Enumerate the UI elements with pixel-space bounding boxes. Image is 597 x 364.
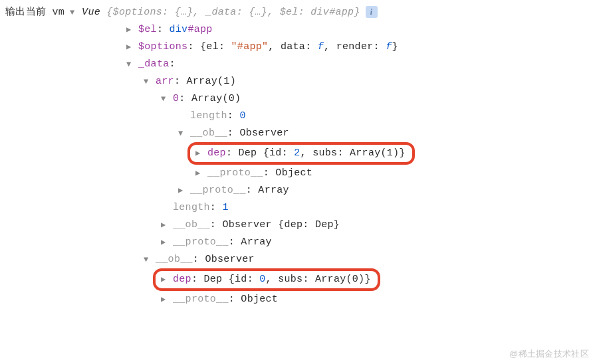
dep-id-val: 2 bbox=[294, 145, 300, 162]
colon: : { bbox=[187, 39, 206, 56]
colon: : bbox=[210, 217, 223, 234]
dep-subs-val: Array(0) bbox=[315, 271, 364, 288]
length-val: 0 bbox=[239, 108, 245, 125]
proto-val: Object bbox=[275, 165, 312, 182]
prop-length-1[interactable]: length : 1 bbox=[0, 199, 597, 217]
prop-length-0[interactable]: length : 0 bbox=[0, 108, 597, 125]
console-top-row[interactable]: 输出当前 vm ▼ Vue {$options: {…}, _data: {…}… bbox=[0, 4, 597, 21]
options-data-val: f bbox=[318, 39, 324, 56]
chevron-right-icon[interactable]: ▶ bbox=[161, 217, 172, 234]
colon: : bbox=[229, 291, 241, 308]
options-render-key: render: bbox=[336, 39, 386, 56]
prop-proto-object-outer[interactable]: ▶ __proto__ : Object bbox=[0, 291, 597, 308]
colon: : bbox=[226, 145, 239, 162]
observer-dep: Observer {dep: Dep} bbox=[222, 217, 340, 234]
prop-dep-highlighted-2[interactable]: ▶ dep : Dep { id: 0 , subs: Array(0) } bbox=[0, 268, 597, 291]
colon: : bbox=[193, 251, 205, 268]
chevron-right-icon[interactable]: ▶ bbox=[195, 165, 206, 182]
dep-id-val: 0 bbox=[259, 271, 265, 288]
colon: : bbox=[170, 56, 176, 73]
options-data-key: data: bbox=[281, 39, 318, 56]
brace: { bbox=[222, 271, 235, 288]
observer: Observer bbox=[205, 251, 254, 268]
sep: , bbox=[268, 39, 281, 56]
brace: { bbox=[257, 145, 269, 162]
dep-class: Dep bbox=[239, 145, 257, 162]
dep-class: Dep bbox=[204, 271, 223, 288]
prop-key: __ob__ bbox=[156, 251, 193, 268]
sep: , bbox=[266, 271, 279, 288]
colon: : bbox=[191, 271, 204, 288]
prop-arr[interactable]: ▼ arr : Array(1) bbox=[0, 73, 597, 90]
brace: } bbox=[399, 145, 405, 162]
idx0-type: Array(0) bbox=[191, 90, 241, 108]
watermark: @稀土掘金技术社区 bbox=[509, 348, 589, 360]
prop-key: dep bbox=[173, 271, 191, 288]
prop-ob-inner[interactable]: ▼ __ob__ : Observer bbox=[0, 125, 597, 142]
prop-ob-outer[interactable]: ▼ __ob__ : Observer bbox=[0, 251, 597, 268]
dep-subs-val: Array(1) bbox=[350, 145, 399, 162]
dep-id-key: id: bbox=[235, 271, 259, 288]
prop-key: length bbox=[190, 108, 227, 125]
chevron-right-icon[interactable]: ▶ bbox=[161, 291, 172, 308]
colon: : bbox=[227, 108, 240, 125]
vue-summary: {$options: {…}, _data: {…}, $el: div#app… bbox=[100, 4, 360, 21]
chevron-down-icon[interactable]: ▼ bbox=[178, 125, 189, 142]
sep: , bbox=[300, 145, 313, 162]
prop-key: __ob__ bbox=[190, 125, 227, 142]
sep: , bbox=[324, 39, 336, 56]
prop-index-0[interactable]: ▼ 0 : Array(0) bbox=[0, 90, 597, 108]
chevron-right-icon[interactable]: ▶ bbox=[161, 271, 172, 288]
observer: Observer bbox=[239, 125, 289, 142]
log-prefix: 输出当前 vm bbox=[5, 4, 64, 21]
el-tag: div bbox=[170, 21, 188, 39]
chevron-down-icon[interactable]: ▼ bbox=[70, 4, 80, 21]
prop-key: $el bbox=[138, 21, 157, 39]
vue-class-label: Vue bbox=[82, 4, 100, 21]
colon: : bbox=[246, 182, 259, 199]
chevron-down-icon[interactable]: ▼ bbox=[144, 251, 154, 268]
chevron-right-icon[interactable]: ▶ bbox=[178, 182, 189, 199]
options-render-val: f bbox=[386, 39, 392, 56]
prop-dep-highlighted-1[interactable]: ▶ dep : Dep { id: 2 , subs: Array(1) } bbox=[0, 142, 597, 165]
brace: } bbox=[364, 271, 370, 288]
proto-val: Object bbox=[241, 291, 278, 308]
prop-key: __ob__ bbox=[173, 217, 210, 234]
chevron-right-icon[interactable]: ▶ bbox=[126, 39, 137, 56]
prop-key: 0 bbox=[173, 90, 179, 108]
dep-subs-key: subs: bbox=[312, 145, 350, 162]
arr-type: Array(1) bbox=[187, 73, 236, 90]
colon: : bbox=[229, 234, 241, 251]
prop-data[interactable]: ▼ _data : bbox=[0, 56, 597, 73]
chevron-right-icon[interactable]: ▶ bbox=[195, 145, 206, 162]
info-icon[interactable]: i bbox=[366, 6, 378, 18]
prop-ob-summary[interactable]: ▶ __ob__ : Observer {dep: Dep} bbox=[0, 217, 597, 234]
prop-key: __proto__ bbox=[173, 291, 229, 308]
colon: : bbox=[210, 199, 223, 217]
chevron-down-icon[interactable]: ▼ bbox=[126, 56, 137, 73]
prop-proto-object-inner[interactable]: ▶ __proto__ : Object bbox=[0, 165, 597, 182]
chevron-down-icon[interactable]: ▼ bbox=[161, 90, 172, 108]
colon: : bbox=[157, 21, 170, 39]
prop-proto-array-inner[interactable]: ▶ __proto__ : Array bbox=[0, 182, 597, 199]
chevron-right-icon[interactable]: ▶ bbox=[161, 234, 172, 251]
prop-proto-array-outer[interactable]: ▶ __proto__ : Array bbox=[0, 234, 597, 251]
prop-key: length bbox=[173, 199, 210, 217]
colon: : bbox=[263, 165, 276, 182]
chevron-down-icon[interactable]: ▼ bbox=[144, 73, 154, 90]
colon: : bbox=[179, 90, 191, 108]
length-val: 1 bbox=[222, 199, 228, 217]
prop-key: __proto__ bbox=[190, 182, 246, 199]
proto-val: Array bbox=[241, 234, 272, 251]
prop-key: __proto__ bbox=[207, 165, 263, 182]
brace: } bbox=[392, 39, 398, 56]
chevron-right-icon[interactable]: ▶ bbox=[126, 21, 137, 39]
prop-key: _data bbox=[138, 56, 170, 73]
prop-options[interactable]: ▶ $options : { el: "#app" , data: f , re… bbox=[0, 39, 597, 56]
colon: : bbox=[174, 73, 187, 90]
prop-el[interactable]: ▶ $el : div#app bbox=[0, 21, 597, 39]
prop-key: dep bbox=[207, 145, 226, 162]
dep-id-key: id: bbox=[269, 145, 294, 162]
options-el-key: el: bbox=[206, 39, 231, 56]
prop-key: arr bbox=[156, 73, 174, 90]
